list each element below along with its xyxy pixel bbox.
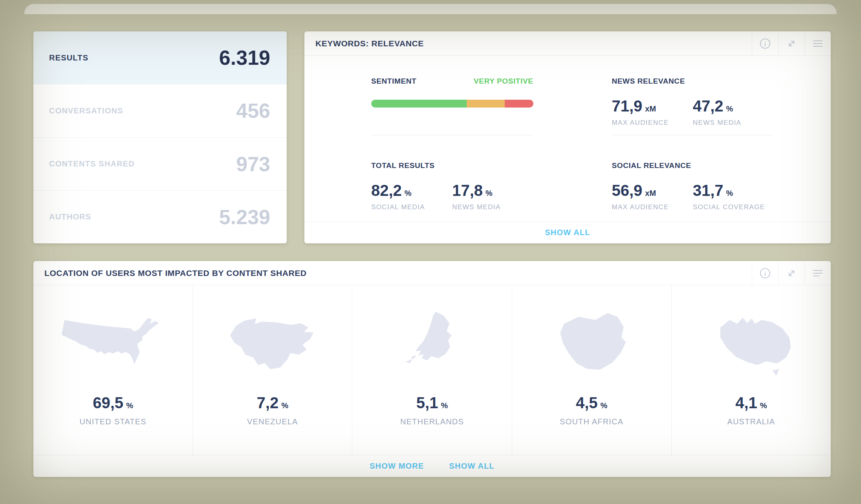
country-name: VENEZUELA — [247, 417, 298, 426]
locations-panel-actions — [752, 261, 831, 285]
info-icon[interactable] — [752, 261, 778, 285]
row-value: 5.239 — [219, 205, 270, 229]
country-cell-united-states[interactable]: 69,5%UNITED STATES — [33, 285, 192, 455]
locations-show-all-link[interactable]: SHOW ALL — [449, 462, 495, 471]
info-icon[interactable] — [752, 31, 778, 55]
country-cell-australia[interactable]: 4,1%AUSTRALIA — [671, 285, 831, 455]
keywords-panel-title: KEYWORDS: RELEVANCE — [304, 31, 752, 55]
country-value: 7,2% — [257, 394, 288, 412]
stat-news-media: 47,2%NEWS MEDIA — [693, 97, 774, 127]
united-states-map — [33, 303, 192, 384]
stat-max-audience: 56,9xMMAX AUDIENCE — [612, 182, 693, 211]
keywords-relevance-panel: KEYWORDS: RELEVANCE SENTIMENT — [304, 31, 831, 243]
countries-row: 69,5%UNITED STATES7,2%VENEZUELA5,1%NETHE… — [33, 285, 831, 455]
country-name: UNITED STATES — [79, 417, 146, 426]
dashboard: RESULTS6.319CONVERSATIONS456CONTENTS SHA… — [33, 31, 831, 477]
sentiment-section: SENTIMENT VERY POSITIVE — [371, 56, 533, 135]
country-cell-venezuela[interactable]: 7,2%VENEZUELA — [192, 285, 352, 455]
total-results-title: TOTAL RESULTS — [371, 161, 533, 170]
news-relevance-title: NEWS RELEVANCE — [612, 77, 774, 86]
country-value: 4,5% — [576, 394, 607, 412]
keywords-panel-actions — [752, 31, 831, 55]
country-cell-south-africa[interactable]: 4,5%SOUTH AFRICA — [512, 285, 671, 455]
sentiment-bar — [371, 100, 533, 108]
keywords-show-all-link[interactable]: SHOW ALL — [545, 228, 590, 237]
locations-panel: LOCATION OF USERS MOST IMPACTED BY CONTE… — [33, 261, 831, 477]
results-row-conversations[interactable]: CONVERSATIONS456 — [33, 84, 287, 137]
results-row-contents-shared[interactable]: CONTENTS SHARED973 — [33, 138, 287, 191]
country-cell-netherlands[interactable]: 5,1%NETHERLANDS — [352, 285, 511, 455]
country-name: SOUTH AFRICA — [560, 417, 623, 426]
row-label: CONVERSATIONS — [49, 106, 123, 115]
row-value: 456 — [236, 99, 270, 122]
row-label: CONTENTS SHARED — [49, 159, 135, 168]
menu-icon[interactable] — [804, 261, 831, 285]
venezuela-map — [193, 303, 352, 384]
country-value: 5,1% — [416, 394, 448, 412]
locations-show-more-link[interactable]: SHOW MORE — [370, 462, 424, 471]
country-name: NETHERLANDS — [400, 417, 464, 426]
row-value: 973 — [236, 152, 270, 176]
social-relevance-section: SOCIAL RELEVANCE 56,9xMMAX AUDIENCE31,7%… — [612, 146, 774, 221]
news-relevance-section: NEWS RELEVANCE 71,9xMMAX AUDIENCE47,2%NE… — [612, 56, 774, 135]
sentiment-segment-positive — [371, 100, 467, 108]
menu-icon[interactable] — [804, 31, 831, 55]
south-africa-map — [512, 303, 671, 384]
locations-panel-title: LOCATION OF USERS MOST IMPACTED BY CONTE… — [33, 261, 752, 285]
stat-social-media: 82,2%SOCIAL MEDIA — [371, 182, 452, 211]
row-value: 6.319 — [219, 46, 270, 69]
sentiment-status: VERY POSITIVE — [474, 77, 533, 86]
sentiment-segment-neutral — [467, 100, 505, 108]
window-top-edge — [24, 4, 837, 14]
locations-panel-header: LOCATION OF USERS MOST IMPACTED BY CONTE… — [33, 261, 831, 285]
expand-icon[interactable] — [778, 261, 804, 285]
expand-icon[interactable] — [778, 31, 804, 55]
country-name: AUSTRALIA — [727, 417, 775, 426]
netherlands-map — [352, 303, 511, 384]
results-row-results[interactable]: RESULTS6.319 — [33, 31, 287, 84]
sentiment-segment-negative — [505, 100, 533, 108]
results-panel: RESULTS6.319CONVERSATIONS456CONTENTS SHA… — [33, 31, 287, 243]
country-value: 4,1% — [735, 394, 767, 412]
stat-news-media: 17,8%NEWS MEDIA — [452, 182, 533, 211]
row-label: AUTHORS — [49, 212, 91, 221]
results-row-authors[interactable]: AUTHORS5.239 — [33, 191, 287, 243]
sentiment-label: SENTIMENT — [371, 77, 416, 86]
australia-map — [672, 303, 831, 384]
stat-social-coverage: 31,7%SOCIAL COVERAGE — [693, 182, 774, 211]
stat-max-audience: 71,9xMMAX AUDIENCE — [612, 97, 693, 127]
total-results-section: TOTAL RESULTS 82,2%SOCIAL MEDIA17,8%NEWS… — [371, 146, 533, 221]
row-label: RESULTS — [49, 53, 88, 62]
social-relevance-title: SOCIAL RELEVANCE — [612, 161, 774, 170]
keywords-panel-header: KEYWORDS: RELEVANCE — [304, 31, 831, 56]
country-value: 69,5% — [93, 394, 133, 412]
